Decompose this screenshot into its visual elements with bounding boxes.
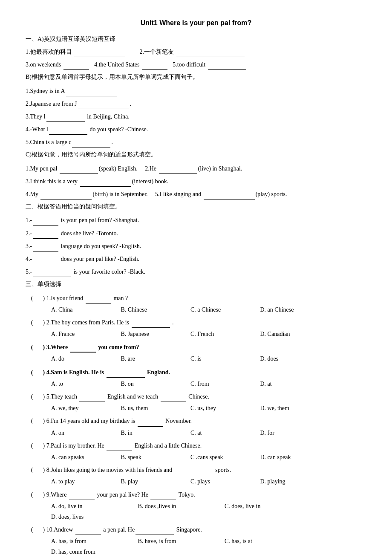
- blank-q5b: [161, 391, 186, 402]
- blank-2c: [208, 59, 246, 70]
- blank-q7: [107, 440, 132, 451]
- mc-q1-d: D. an Chinese: [260, 304, 329, 315]
- blank-b2: [78, 98, 129, 109]
- mc-q8-options: A. to play B. play C. plays D. playing: [26, 476, 366, 487]
- mc-q2-d: D. Canadian: [260, 329, 329, 339]
- mc-q8-space: ) 8.John likes going to the movies with …: [38, 464, 231, 475]
- line-c2: 3.I think this is a very (interest) book…: [26, 176, 366, 187]
- mc-q5-row: ( ) 5.They teach English and we teach Ch…: [26, 391, 366, 402]
- blank-q9a: [69, 489, 95, 500]
- mc-q6-space: ) 6.I'm 14 years old and my birthday is …: [38, 415, 192, 426]
- mc-q6-options: A. on B. in C. at D. for: [26, 428, 366, 438]
- mc-q2-options: A. France B. Japanese C. French D. Canad…: [26, 329, 366, 339]
- blank-q5a: [79, 391, 105, 402]
- mc-q10-a: A. has, is from: [51, 536, 136, 546]
- mc-q3-a: A. do: [51, 353, 119, 364]
- section-a-header: 一、A)英汉短语互译英汉短语互译: [26, 34, 366, 44]
- blank-c1a: [60, 163, 98, 174]
- section-2-header: 二、根据答语用恰当的疑问词填空。: [26, 201, 366, 212]
- mc-q10-b: B. have, is from: [138, 536, 223, 546]
- mc-q4-row: ( ) 4.Sam is English. He is England.: [26, 366, 366, 378]
- blank-2-2: [33, 228, 58, 239]
- section-c-header: C)根据句意，用括号内所给单词的适当形式填空。: [26, 149, 366, 160]
- mc-q10-space: ) 10.Andrew a pen pal. He Singapore.: [38, 524, 202, 535]
- mc-q1-b: B. Chinese: [121, 304, 189, 315]
- line-b3: 3.They l in Beijing, China.: [26, 111, 366, 122]
- blank-2-5: [33, 266, 71, 277]
- line-c3: 4.My (birth) is in September. 5.I like s…: [26, 188, 366, 199]
- mc-q3-paren: (: [26, 342, 38, 353]
- mc-q8-paren: (: [26, 465, 38, 475]
- mc-q4-d: D. at: [260, 379, 329, 389]
- mc-q7-options: A. can speaks B. speak C .cans speak D. …: [26, 452, 366, 462]
- mc-q8-row: ( ) 8.John likes going to the movies wit…: [26, 464, 366, 475]
- blank-b3: [46, 111, 85, 122]
- mc-q6-paren: (: [26, 416, 38, 426]
- line-b5: 5.China is a large c .: [26, 136, 366, 147]
- mc-q4-options: A. to B. on C. from D. at: [26, 379, 366, 389]
- mc-q7-row: ( ) 7.Paul is my brother. He English and…: [26, 440, 366, 451]
- blank-1a: [74, 46, 125, 57]
- mc-q4-b: B. on: [121, 379, 189, 389]
- mc-q9-options: A. do, live in B. does ,lives in C. does…: [26, 501, 366, 522]
- mc-q1-paren: (: [26, 293, 38, 304]
- mc-q2-row: ( ) 2.The boy comes from Paris. He is .: [26, 317, 366, 328]
- mc-q3-b: B. are: [121, 353, 189, 364]
- line-b1: 1.Sydney is in A: [26, 85, 366, 96]
- mc-q1-options: A. China B. Chinese C. a Chinese D. an C…: [26, 304, 366, 315]
- blank-q10b: [135, 524, 174, 535]
- line-b4: 4.-What l do you speak? -Chinese.: [26, 124, 366, 135]
- blank-b5: [72, 136, 110, 147]
- blank-2-1: [33, 214, 58, 225]
- mc-q3-options: A. do B. are C. is D. does: [26, 353, 366, 364]
- page-title: Unit1 Where is your pen pal from?: [26, 17, 366, 29]
- section-3-header: 三、单项选择: [26, 279, 366, 289]
- mc-q3-row: ( ) 3.Where you come from?: [26, 341, 366, 353]
- mc-q5-b: B. us, them: [121, 403, 189, 413]
- line-2-2: 2.- does she live? -Toronto.: [26, 228, 366, 239]
- line-2-5: 5.- is your favorite color? -Black.: [26, 266, 366, 277]
- mc-q2-b: B. Japanese: [121, 329, 189, 339]
- blank-b1: [66, 85, 117, 96]
- mc-q7-c: C .cans speak: [190, 452, 259, 462]
- mc-q8-a: A. to play: [51, 476, 119, 487]
- mc-q7-a: A. can speaks: [51, 452, 119, 462]
- mc-q6-b: B. in: [121, 428, 189, 438]
- mc-q5-space: ) 5.They teach English and we teach Chin…: [38, 391, 209, 402]
- mc-q4-c: C. from: [190, 379, 259, 389]
- mc-q10-options: A. has, is from B. have, is from C. has,…: [26, 536, 366, 555]
- mc-q4-a: A. to: [51, 379, 119, 389]
- blank-1b: [176, 46, 245, 57]
- mc-q10-paren: (: [26, 524, 38, 535]
- mc-q2-paren: (: [26, 317, 38, 328]
- blank-b4: [49, 124, 87, 135]
- blank-2b: [142, 59, 167, 70]
- line-2: 3.on weekends 4.the United States 5.too …: [26, 59, 366, 70]
- mc-q3-space: ) 3.Where you come from?: [38, 341, 139, 353]
- mc-q2-space: ) 2.The boy comes from Paris. He is .: [38, 317, 174, 328]
- mc-q9-row: ( ) 9.Where your pen pal live? He Tokyo.: [26, 489, 366, 500]
- line-c1: 1.My pen pal (speak) English. 2.He (live…: [26, 163, 366, 174]
- line-2-4: 4.- does your pen pal like? -English.: [26, 253, 366, 264]
- mc-q5-c: C. us, they: [190, 403, 259, 413]
- mc-q10-row: ( ) 10.Andrew a pen pal. He Singapore.: [26, 524, 366, 535]
- blank-q1: [86, 292, 111, 304]
- mc-q9-d: D. does, lives: [51, 512, 136, 522]
- blank-c3a: [40, 188, 92, 199]
- blank-q4: [107, 366, 145, 378]
- mc-q1-row: ( ) 1.Is your friend man ?: [26, 292, 366, 304]
- mc-q2-a: A. France: [51, 329, 119, 339]
- mc-q5-d: D. we, them: [260, 403, 329, 413]
- blank-2-3: [33, 240, 58, 251]
- mc-q4-space: ) 4.Sam is English. He is England.: [38, 366, 170, 378]
- blank-2a: [63, 59, 89, 70]
- line-1: 1.他最喜欢的科目 2.一个新笔友: [26, 46, 366, 57]
- mc-q6-a: A. on: [51, 428, 119, 438]
- blank-2-4: [33, 253, 58, 264]
- mc-q5-options: A. we, they B. us, them C. us, they D. w…: [26, 403, 366, 413]
- mc-q7-b: B. speak: [121, 452, 189, 462]
- mc-q9-space: ) 9.Where your pen pal live? He Tokyo.: [38, 489, 195, 500]
- line-b2: 2.Japanese are from J .: [26, 98, 366, 109]
- blank-q9b: [150, 489, 176, 500]
- mc-q9-c: C. does, live in: [225, 501, 310, 512]
